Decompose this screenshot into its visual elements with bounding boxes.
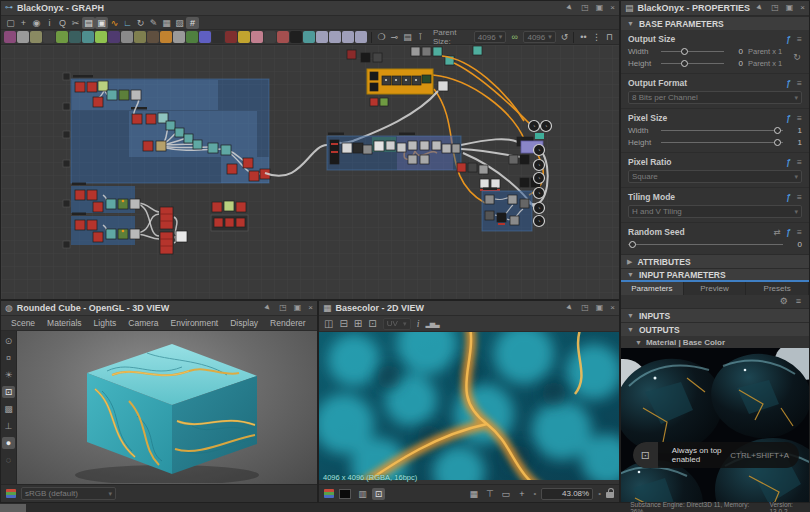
shuffle-icon[interactable]: ⇄	[773, 227, 780, 237]
menu-item[interactable]: Materials	[41, 316, 87, 330]
color-channels-icon[interactable]	[324, 489, 334, 498]
pixel-height-value[interactable]: 1	[788, 138, 802, 147]
comment-icon[interactable]: ❍	[375, 31, 388, 43]
height-mode[interactable]: Parent x 1	[748, 59, 792, 68]
node-palette-icon[interactable]	[69, 31, 81, 43]
menu-item[interactable]: Environment	[165, 316, 225, 330]
image-ground-icon[interactable]: ⊡	[2, 386, 15, 398]
options-menu-icon[interactable]: ≡	[797, 192, 802, 202]
width-mode[interactable]: Parent x 1	[748, 47, 792, 56]
node-view-icon[interactable]: ▤	[82, 17, 95, 29]
node-palette-icon[interactable]	[238, 31, 250, 43]
compact-view-icon[interactable]: ▣	[95, 17, 108, 29]
reset-size-icon[interactable]: ↺	[559, 31, 570, 43]
search-icon[interactable]: Q	[56, 17, 69, 29]
options-menu-icon[interactable]: ≡	[797, 78, 802, 88]
image-view-icon[interactable]: ▦	[160, 17, 173, 29]
uv-dropdown[interactable]: UV ▾	[383, 318, 411, 330]
background-swatch[interactable]	[339, 489, 351, 499]
save-image-icon[interactable]: ⊟	[339, 319, 347, 329]
close-icon[interactable]: ×	[610, 304, 615, 312]
lock-zoom-icon[interactable]	[606, 492, 614, 498]
paint-icon[interactable]: ▨	[173, 17, 186, 29]
copy-image-icon[interactable]: ⊞	[354, 319, 362, 329]
frame-tool-icon[interactable]	[342, 31, 354, 43]
list-options-icon[interactable]: ≡	[796, 297, 801, 306]
center-icon[interactable]: +	[515, 488, 528, 500]
tiling-mode-dropdown[interactable]: H and V Tiling ▾	[628, 205, 802, 218]
frame-tool-icon[interactable]	[355, 31, 367, 43]
frame-tool-icon[interactable]	[316, 31, 328, 43]
cut-link-icon[interactable]: ✂	[69, 17, 82, 29]
tab-parameters[interactable]: Parameters	[621, 282, 684, 295]
sphere-icon[interactable]: ●	[2, 437, 15, 449]
maximize-icon[interactable]: ▣	[596, 304, 604, 312]
node-palette-icon[interactable]	[303, 31, 315, 43]
histogram-icon[interactable]: ▂▅▃	[425, 320, 438, 327]
float-window-icon[interactable]: ◳	[279, 304, 287, 312]
pixel-width-value[interactable]: 1	[788, 126, 802, 135]
card-icon[interactable]: ▤	[401, 31, 414, 43]
node-palette-icon[interactable]	[17, 31, 29, 43]
function-icon[interactable]: ƒ	[786, 227, 791, 237]
zoom-in-dot[interactable]: •	[598, 489, 601, 498]
background-image-icon[interactable]: ⊡	[368, 319, 376, 329]
graph-canvas[interactable]: ◔◔◔ ◔◔◔ ◔◔	[1, 45, 619, 299]
section-inputs[interactable]: ▼ INPUTS	[621, 308, 809, 322]
options-menu-icon[interactable]: ≡	[797, 157, 802, 167]
options-menu-icon[interactable]: ≡	[797, 113, 802, 123]
random-seed-value[interactable]: 0	[788, 240, 802, 249]
height-value[interactable]: 0	[729, 59, 743, 68]
zoom-level-field[interactable]: 43.08%	[541, 488, 593, 500]
light-icon[interactable]: ¤	[2, 352, 15, 364]
view2d-viewport[interactable]: 4096 x 4096 (RGBA, 16bpc)	[319, 332, 619, 484]
pin-icon[interactable]: ▼	[263, 302, 274, 313]
random-seed-slider[interactable]	[628, 240, 783, 248]
node-palette-icon[interactable]	[121, 31, 133, 43]
pixel-ratio-dropdown[interactable]: Square ▾	[628, 170, 802, 183]
output-format-dropdown[interactable]: 8 Bits per Channel ▾	[628, 91, 802, 104]
node-palette-icon[interactable]	[108, 31, 120, 43]
pixel-width-slider[interactable]	[661, 126, 783, 134]
node-palette-icon[interactable]	[173, 31, 185, 43]
node-palette-icon[interactable]	[56, 31, 68, 43]
float-window-icon[interactable]: ◳	[771, 4, 779, 12]
tool-pen-icon[interactable]: ✎	[147, 17, 160, 29]
maximize-icon[interactable]: ▣	[786, 4, 794, 12]
float-window-icon[interactable]: ◳	[581, 304, 589, 312]
section-input-parameters[interactable]: ▼ INPUT PARAMETERS	[621, 268, 809, 282]
node-palette-icon[interactable]	[251, 31, 263, 43]
node-palette-icon[interactable]	[277, 31, 289, 43]
info-icon[interactable]: i	[43, 17, 56, 29]
info-icon[interactable]: i	[417, 319, 420, 329]
section-base-parameters[interactable]: ▼ BASE PARAMETERS	[621, 16, 809, 30]
node-palette-icon[interactable]	[199, 31, 211, 43]
pattern-icon[interactable]: ▩	[2, 403, 15, 415]
curved-link-icon[interactable]: ∿	[108, 17, 121, 29]
function-icon[interactable]: ƒ	[786, 157, 791, 167]
menu-item[interactable]: Lights	[88, 316, 123, 330]
rotate-icon[interactable]: ↻	[134, 17, 147, 29]
node-palette-icon[interactable]	[43, 31, 55, 43]
node-palette-icon[interactable]	[212, 31, 224, 43]
align-vertical-icon[interactable]: ⋮	[590, 31, 603, 43]
maximize-icon[interactable]: ▣	[294, 304, 302, 312]
parent-size-width-dropdown[interactable]: 4096▾	[474, 31, 506, 43]
zoom-out-dot[interactable]: •	[533, 489, 536, 498]
menu-item[interactable]: Renderer	[264, 316, 311, 330]
axis-icon[interactable]: ⊥	[2, 420, 15, 432]
width-value[interactable]: 0	[729, 47, 743, 56]
menu-item[interactable]: Scene	[5, 316, 41, 330]
align-horizontal-icon[interactable]: ••	[577, 31, 590, 43]
height-slider[interactable]	[661, 59, 724, 67]
snap-icon[interactable]: ⊓	[603, 31, 616, 43]
options-menu-icon[interactable]: ≡	[797, 227, 802, 237]
link-wh-icon[interactable]: ↻	[792, 52, 802, 62]
node-palette-icon[interactable]	[30, 31, 42, 43]
close-icon[interactable]: ×	[610, 4, 615, 12]
node-palette-icon[interactable]	[147, 31, 159, 43]
fit-frame-icon[interactable]: ▭	[499, 488, 512, 500]
node-palette-icon[interactable]	[225, 31, 237, 43]
tile-view-icon[interactable]: ⊡	[372, 488, 385, 500]
link-size-icon[interactable]: ∞	[509, 31, 520, 43]
